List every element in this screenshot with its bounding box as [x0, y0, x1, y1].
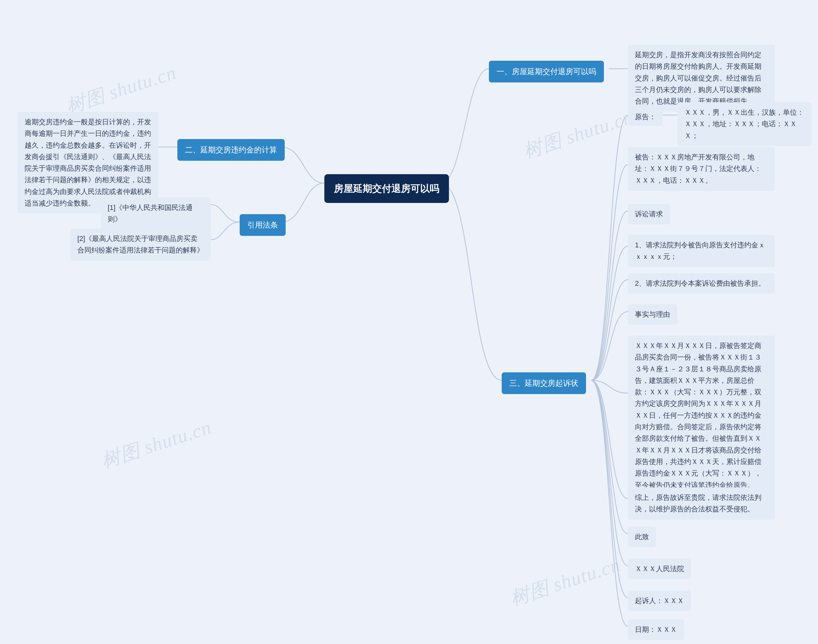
branch-s1: 一、房屋延期交付退房可以吗 [489, 61, 604, 83]
leaf-s3-req-h: 诉讼请求 [628, 204, 670, 224]
watermark: 树图 shutu.cn [519, 104, 637, 165]
leaf-s3-defendant: 被告：ＸＸＸ房地产开发有限公司，地址：ＸＸＸ街７９号７门，法定代表人：ＸＸＸ，电… [628, 147, 775, 191]
leaf-s1-1: 延期交房，是指开发商没有按照合同约定的日期将房屋交付给购房人。开发商延期交房，购… [628, 45, 775, 112]
leaf-s3-facts-h: 事实与理由 [628, 304, 677, 325]
root-node: 房屋延期交付退房可以吗 [324, 174, 449, 203]
leaf-s3-facts-2: 综上，原告故诉至贵院，请求法院依法判决，以维护原告的合法权益不受侵犯。 [628, 488, 775, 520]
leaf-s3-req-1: 1、请求法院判令被告向原告支付违约金ｘｘｘｘｘ元； [628, 235, 775, 267]
watermark: 树图 shutu.cn [98, 414, 215, 475]
leaf-s3-req-2: 2、请求法院判令本案诉讼费由被告承担。 [628, 273, 775, 294]
leaf-s3-close-2: ＸＸＸ人民法院 [628, 559, 691, 579]
leaf-s3-facts-1: ＸＸＸ年ＸＸ月ＸＸＸ日，原被告签定商品房买卖合同一份，被告将ＸＸＸ街１３３号Ａ座… [628, 336, 775, 495]
branch-s3: 三、延期交房起诉状 [502, 373, 586, 394]
watermark: 树图 shutu.cn [507, 552, 624, 612]
leaf-s3-plaintiff-label: 原告： [628, 108, 663, 126]
branch-ref: 引用法条 [240, 214, 286, 236]
branch-s2: 二、延期交房违约金的计算 [177, 139, 285, 161]
leaf-ref-1: [1]《中华人民共和国民法通则》 [101, 198, 211, 230]
leaf-ref-2: [2]《最高人民法院关于审理商品房买卖合同纠纷案件适用法律若干问题的解释》 [70, 228, 211, 261]
leaf-s3-close-1: 此致 [628, 527, 656, 547]
leaf-s3-date: 日期：ＸＸＸ [628, 619, 684, 640]
leaf-s3-plaintiff: ＸＸＸ，男，ＸＸ出生，汉族，单位：ＸＸＸ，地址：ＸＸＸ；电话：ＸＸＸ； [677, 102, 812, 146]
watermark: 树图 shutu.cn [63, 60, 179, 120]
leaf-s3-sign: 起诉人：ＸＸＸ [628, 590, 691, 611]
